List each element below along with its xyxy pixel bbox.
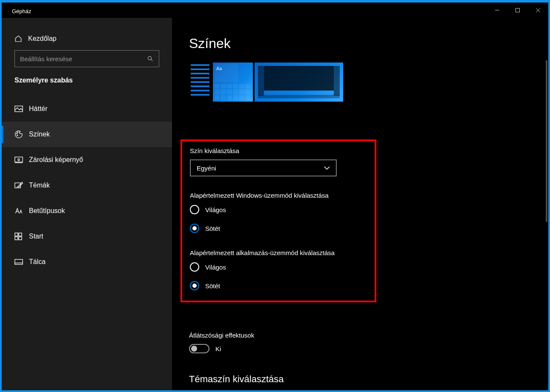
minimize-icon	[495, 8, 499, 12]
svg-point-8	[17, 132, 18, 133]
svg-point-4	[148, 57, 152, 60]
color-select-label: Szín kiválasztása	[190, 147, 367, 154]
app-mode-dark-radio[interactable]: Sötét	[190, 281, 367, 290]
home-label: Kezdőlap	[28, 35, 57, 43]
below-highlight-section: Átlátszósági effektusok Ki Témaszín kivá…	[189, 332, 284, 390]
search-icon	[147, 55, 154, 62]
themes-icon	[14, 182, 29, 189]
color-select-dropdown[interactable]: Egyéni	[190, 159, 337, 176]
sidebar-item-colors[interactable]: Színek	[2, 122, 172, 147]
home-button[interactable]: Kezdőlap	[2, 31, 172, 50]
sidebar-item-label: Betűtípusok	[29, 207, 65, 215]
close-icon	[536, 8, 540, 12]
sidebar-item-label: Zárolási képernyő	[29, 156, 83, 164]
dropdown-value: Egyéni	[197, 165, 216, 172]
radio-icon	[190, 262, 199, 272]
close-button[interactable]	[528, 3, 548, 18]
toggle-value-label: Ki	[215, 345, 221, 352]
chevron-down-icon	[324, 166, 330, 170]
sidebar-item-label: Színek	[29, 131, 50, 138]
preview-window-tile	[255, 62, 343, 102]
lock-screen-icon	[14, 156, 29, 163]
app-mode-label: Alapértelmezett alkalmazás-üzemmód kivál…	[190, 249, 367, 256]
taskbar-icon	[14, 259, 29, 265]
radio-icon	[190, 224, 199, 233]
settings-window: Gépház Kezdőlap	[2, 3, 548, 390]
preview-sample-text: Aa	[215, 64, 238, 82]
svg-rect-16	[19, 233, 22, 236]
category-label: Személyre szabás	[2, 77, 172, 96]
palette-icon	[14, 130, 29, 139]
fonts-icon	[14, 207, 29, 215]
window-title: Gépház	[12, 6, 32, 14]
svg-rect-15	[15, 233, 18, 236]
start-icon	[14, 233, 29, 240]
radio-label: Világos	[205, 206, 226, 213]
picture-icon	[14, 105, 29, 112]
preview-row: Aa	[189, 62, 548, 102]
content-area: Kezdőlap Személyre szabás Háttér	[2, 18, 548, 390]
svg-rect-12	[18, 159, 19, 161]
radio-label: Világos	[205, 264, 226, 271]
svg-rect-18	[19, 237, 22, 240]
windows-mode-light-radio[interactable]: Világos	[190, 205, 367, 214]
sidebar: Kezdőlap Személyre szabás Háttér	[2, 18, 172, 390]
titlebar: Gépház	[2, 3, 548, 18]
maximize-button[interactable]	[507, 3, 528, 18]
sidebar-item-label: Témák	[29, 182, 50, 189]
minimize-button[interactable]	[487, 3, 507, 18]
scrollbar[interactable]	[546, 60, 547, 222]
svg-rect-17	[15, 237, 18, 240]
windows-mode-label: Alapértelmezett Windows-üzemmód kiválasz…	[190, 192, 367, 199]
sidebar-item-themes[interactable]: Témák	[2, 173, 172, 198]
search-box[interactable]	[14, 50, 159, 67]
sidebar-nav: Háttér Színek Zárolási képernyő	[2, 96, 172, 275]
svg-point-7	[17, 134, 17, 134]
toggle-knob	[191, 346, 197, 352]
highlight-annotation: Szín kiválasztása Egyéni Alapértelmezett…	[180, 139, 376, 302]
preview-start-tile: Aa	[213, 62, 253, 102]
page-title: Színek	[189, 36, 548, 51]
radio-label: Sötét	[205, 225, 220, 232]
sidebar-item-taskbar[interactable]: Tálca	[2, 249, 172, 275]
sidebar-item-label: Start	[29, 233, 43, 240]
radio-icon	[190, 281, 199, 290]
preview-list-tile	[189, 62, 211, 102]
radio-label: Sötét	[205, 282, 220, 290]
sidebar-item-start[interactable]: Start	[2, 224, 172, 249]
svg-point-9	[17, 135, 18, 136]
sidebar-item-lock-screen[interactable]: Zárolási képernyő	[2, 147, 172, 173]
home-icon	[14, 35, 28, 43]
window-controls	[487, 3, 548, 18]
windows-mode-dark-radio[interactable]: Sötét	[190, 224, 367, 233]
svg-line-5	[151, 60, 153, 61]
sidebar-item-background[interactable]: Háttér	[2, 96, 172, 122]
search-input[interactable]	[20, 55, 147, 62]
app-mode-light-radio[interactable]: Világos	[190, 262, 367, 272]
transparency-label: Átlátszósági effektusok	[189, 332, 284, 339]
sidebar-item-label: Tálca	[29, 258, 46, 266]
transparency-toggle[interactable]	[189, 344, 209, 353]
sidebar-item-label: Háttér	[29, 105, 48, 113]
search-wrap	[2, 50, 172, 77]
main-panel: Színek Aa Szín kiválasztása	[172, 18, 548, 390]
sidebar-item-fonts[interactable]: Betűtípusok	[2, 198, 172, 224]
radio-icon	[190, 205, 199, 214]
svg-rect-10	[15, 157, 23, 162]
svg-rect-19	[15, 259, 23, 264]
accent-color-heading: Témaszín kiválasztása	[189, 374, 284, 385]
svg-rect-1	[516, 9, 520, 12]
maximize-icon	[516, 8, 520, 12]
transparency-toggle-row: Ki	[189, 344, 284, 353]
